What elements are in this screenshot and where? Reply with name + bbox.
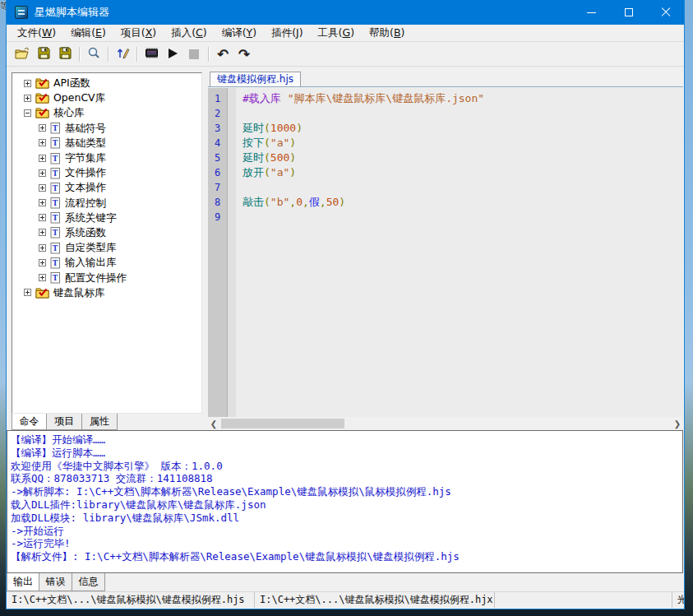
code-token-pun: ) [289, 151, 296, 164]
folder-check-icon [35, 92, 49, 104]
text-lib-icon: T [50, 257, 61, 269]
menu-item-tools[interactable]: 工具(G) [311, 25, 362, 42]
console-tab-output[interactable]: 输出 [7, 573, 39, 591]
expand-icon[interactable] [39, 139, 46, 146]
tree-item-label: API函数 [53, 76, 90, 90]
tree-item-text-ops[interactable]: T文本操作 [12, 180, 201, 195]
console-tab-errors[interactable]: 错误 [39, 573, 72, 591]
tree-item-system-functions[interactable]: T系统函数 [12, 225, 201, 240]
editor-tab-label: 键盘模拟例程.hjs [217, 72, 293, 86]
line-number-gutter: 123456789 [208, 88, 228, 417]
collapse-icon[interactable] [24, 109, 31, 117]
save-all-icon [59, 47, 72, 63]
text-lib-icon: T [50, 122, 61, 134]
scroll-left-icon[interactable]: ❮ [208, 417, 219, 430]
expand-icon[interactable] [39, 124, 46, 132]
redo-button[interactable]: ↷ [233, 44, 255, 64]
code-area[interactable]: #载入库 "脚本库\键盘鼠标库\键盘鼠标库.json"延时(1000)按下("a… [236, 88, 683, 417]
tree-item-label: 自定类型库 [65, 240, 117, 255]
menu-item-project[interactable]: 项目(X) [113, 25, 164, 42]
scrollbar-thumb[interactable] [221, 419, 344, 428]
app-window: 星燃脚本编辑器 文件(W)编辑(E)项目(X)插入(C)编译(Y)插件(J)工具… [6, 0, 685, 609]
sidebar-tab-command[interactable]: 命令 [12, 414, 47, 430]
code-token-fn: 按下 [243, 137, 264, 149]
tree-item-api-functions[interactable]: API函数 [12, 76, 201, 90]
save-all-button[interactable] [54, 44, 76, 64]
editor-horizontal-scrollbar[interactable]: ❮ ❯ [208, 417, 683, 430]
expand-icon[interactable] [39, 199, 46, 206]
expand-icon[interactable] [39, 274, 46, 281]
text-lib-icon: T [50, 271, 61, 284]
tree-item-system-keywords[interactable]: T系统关键字 [12, 211, 201, 225]
console-tab-info[interactable]: 信息 [72, 573, 105, 591]
search-button[interactable] [83, 44, 104, 64]
expand-icon[interactable] [24, 289, 31, 296]
menu-item-file[interactable]: 文件(W) [10, 25, 63, 42]
expand-icon[interactable] [39, 169, 46, 177]
sidebar-tab-project[interactable]: 项目 [47, 414, 82, 430]
edit-script-button[interactable] [112, 44, 133, 64]
tree-item-byte-set-lib[interactable]: T字节集库 [12, 151, 201, 165]
status-cell-3 [495, 592, 672, 608]
run-button[interactable] [162, 44, 183, 64]
code-token-num: 500 [270, 151, 289, 164]
scrollbar-track[interactable] [219, 417, 672, 430]
tree-item-basic-symbols[interactable]: T基础符号 [12, 121, 201, 136]
svg-text:T: T [53, 154, 58, 163]
svg-text:T: T [53, 123, 58, 132]
tree-item-basic-types[interactable]: T基础类型 [12, 136, 201, 151]
code-token-num: 50 [326, 196, 340, 208]
menu-item-insert[interactable]: 插入(C) [164, 25, 215, 42]
tree-item-opencv-lib[interactable]: OpenCV库 [12, 90, 201, 105]
tree-item-flow-control[interactable]: T流程控制 [12, 196, 201, 211]
editor-tab-active[interactable]: 键盘模拟例程.hjs [210, 72, 301, 86]
code-line: 按下("a") [243, 136, 683, 151]
tree-item-label: 键盘鼠标库 [53, 285, 105, 300]
editor-tab-strip: 键盘模拟例程.hjs [208, 72, 683, 87]
compile-chip-button[interactable] [141, 44, 162, 64]
expand-icon[interactable] [39, 155, 46, 162]
tree-item-config-file-ops[interactable]: T配置文件操作 [12, 270, 201, 285]
tree-item-custom-type-lib[interactable]: T自定类型库 [12, 240, 201, 255]
open-folder-button[interactable] [12, 44, 33, 64]
window-title: 星燃脚本编辑器 [35, 5, 109, 20]
maximize-button[interactable] [610, 0, 647, 25]
tree-item-label: 基础符号 [65, 121, 106, 136]
code-token-str: "b" [270, 196, 289, 208]
toolbar: ↶↷ [7, 43, 684, 67]
expand-icon[interactable] [39, 244, 46, 252]
tree-item-io-lib[interactable]: T输入输出库 [12, 255, 201, 270]
output-console[interactable]: 【编译】开始编译……【编译】运行脚本……欢迎使用《华捷中文脚本引擎》 版本：1.… [7, 430, 683, 573]
expand-icon[interactable] [24, 95, 31, 102]
stop-icon [189, 47, 199, 63]
code-editor[interactable]: 123456789 #载入库 "脚本库\键盘鼠标库\键盘鼠标库.json"延时(… [208, 88, 683, 417]
maximize-icon [625, 8, 633, 16]
expand-icon[interactable] [39, 229, 46, 236]
code-token-pun: ( [264, 137, 270, 149]
svg-text:T: T [53, 273, 58, 282]
tree-item-core-lib[interactable]: 核心库 [12, 105, 201, 120]
folder-check-icon [35, 77, 49, 89]
line-number: 5 [208, 151, 227, 165]
tree-item-file-ops[interactable]: T文件操作 [12, 165, 201, 180]
menu-item-plugin[interactable]: 插件(J) [264, 25, 310, 42]
menu-item-edit[interactable]: 编辑(E) [63, 25, 113, 42]
line-number: 1 [208, 91, 227, 106]
svg-text:T: T [53, 138, 58, 147]
menu-item-help[interactable]: 帮助(B) [362, 25, 412, 42]
sidebar-tab-properties[interactable]: 属性 [82, 414, 118, 430]
minimize-button[interactable] [573, 0, 610, 25]
expand-icon[interactable] [39, 259, 46, 266]
expand-icon[interactable] [39, 184, 46, 192]
tree-item-label: 配置文件操作 [65, 271, 127, 285]
scroll-right-icon[interactable]: ❯ [672, 417, 683, 430]
undo-button[interactable]: ↶ [212, 44, 233, 64]
save-button[interactable] [33, 44, 54, 64]
tree-item-keyboard-mouse-lib[interactable]: 键盘鼠标库 [12, 285, 201, 300]
expand-icon[interactable] [24, 80, 31, 87]
code-token-num: 0 [296, 196, 303, 208]
close-button[interactable] [647, 0, 684, 25]
menu-item-compile[interactable]: 编译(Y) [215, 25, 264, 42]
expand-icon[interactable] [39, 214, 46, 221]
output-line: 联系QQ：878033713 交流群：141108818 [11, 472, 679, 485]
